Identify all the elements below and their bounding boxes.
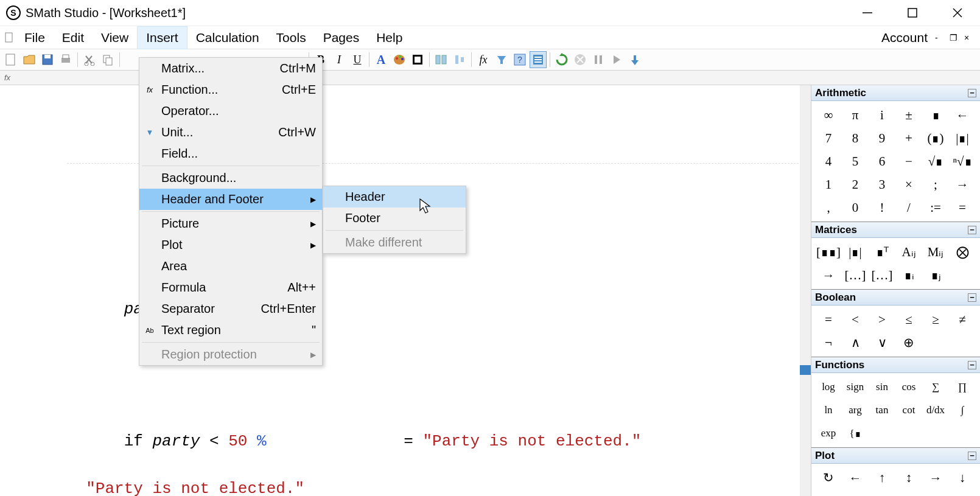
- panel-button[interactable]: !: [869, 196, 895, 219]
- panel-button[interactable]: ⊕: [895, 331, 922, 354]
- panel-button[interactable]: ←: [842, 466, 869, 489]
- palette-button[interactable]: [391, 51, 408, 68]
- panel-button[interactable]: [∎∎]: [815, 240, 842, 264]
- panel-button[interactable]: ↑: [869, 466, 895, 489]
- panel-button[interactable]: 9: [869, 127, 895, 150]
- panel-button[interactable]: >: [869, 308, 895, 331]
- submenu-item-footer[interactable]: Footer: [323, 208, 466, 229]
- panel-button[interactable]: d/dx: [922, 399, 949, 422]
- plot-panel-title[interactable]: Plot−: [811, 448, 980, 464]
- panel-button[interactable]: /: [895, 196, 922, 219]
- copy-button[interactable]: [99, 51, 116, 68]
- menu-insert[interactable]: Insert: [137, 26, 187, 49]
- panel-button[interactable]: ↻: [815, 466, 842, 489]
- panel-button[interactable]: sin: [869, 375, 895, 399]
- menu-tools[interactable]: Tools: [268, 27, 315, 49]
- menu-item-background-[interactable]: Background...: [139, 167, 322, 189]
- menu-item-operator-[interactable]: Operator...: [139, 100, 322, 122]
- border-button[interactable]: [409, 51, 426, 68]
- panel-button[interactable]: ∧: [842, 331, 869, 354]
- pause-button[interactable]: [590, 51, 607, 68]
- panel-button[interactable]: |∎|: [842, 240, 869, 264]
- panel-button[interactable]: ∎ⱼ: [922, 264, 949, 287]
- open-button[interactable]: [21, 51, 38, 68]
- panel-button[interactable]: ∎: [922, 103, 949, 127]
- child-minimize-button[interactable]: -: [935, 33, 947, 43]
- menu-item-formula[interactable]: FormulaAlt++: [139, 277, 322, 298]
- panel-button[interactable]: ⨂: [949, 240, 976, 264]
- panel-button[interactable]: exp: [815, 422, 842, 445]
- panel-button[interactable]: =: [949, 196, 976, 219]
- panel-button[interactable]: 2: [842, 173, 869, 196]
- panel-button[interactable]: arg: [842, 399, 869, 422]
- panel-button[interactable]: Mᵢⱼ: [922, 240, 949, 264]
- panel-button[interactable]: sign: [842, 375, 869, 399]
- collapse-icon[interactable]: −: [968, 361, 976, 369]
- collapse-icon[interactable]: −: [968, 89, 976, 97]
- align-button[interactable]: [433, 51, 450, 68]
- panel-button[interactable]: ¬: [815, 331, 842, 354]
- panel-button[interactable]: →: [922, 466, 949, 489]
- panel-button[interactable]: ∎ᵀ: [869, 240, 895, 264]
- panel-button[interactable]: ∫: [949, 399, 976, 422]
- panel-button[interactable]: ∎ᵢ: [895, 264, 922, 287]
- panel-button[interactable]: ln: [815, 399, 842, 422]
- child-restore-button[interactable]: ❐: [950, 33, 962, 43]
- panel-button[interactable]: tan: [869, 399, 895, 422]
- panel-button[interactable]: 3: [869, 173, 895, 196]
- panel-button[interactable]: ∏: [949, 375, 976, 399]
- panel-button[interactable]: log: [815, 375, 842, 399]
- arithmetic-panel-title[interactable]: Arithmetic−: [811, 85, 980, 101]
- panel-button[interactable]: ≠: [949, 308, 976, 331]
- child-close-button[interactable]: ×: [964, 33, 976, 43]
- menu-item-function-[interactable]: fxFunction...Ctrl+E: [139, 79, 322, 100]
- panel-button[interactable]: 8: [842, 127, 869, 150]
- panel-button[interactable]: 7: [815, 127, 842, 150]
- panel-button[interactable]: |∎|: [949, 127, 976, 150]
- panel-button[interactable]: 5: [842, 150, 869, 173]
- help-button[interactable]: ?: [511, 51, 528, 68]
- menu-help[interactable]: Help: [368, 27, 411, 49]
- panel-button[interactable]: ;: [922, 173, 949, 196]
- panel-button[interactable]: ,: [815, 196, 842, 219]
- panel-button[interactable]: cot: [895, 399, 922, 422]
- filter-button[interactable]: [493, 51, 510, 68]
- panel-button[interactable]: <: [842, 308, 869, 331]
- print-button[interactable]: [57, 51, 74, 68]
- menu-item-text-region[interactable]: AbText region": [139, 320, 322, 341]
- menu-edit[interactable]: Edit: [54, 27, 93, 49]
- scrollbar[interactable]: [800, 85, 811, 496]
- panel-button[interactable]: √∎: [922, 150, 949, 173]
- underline-button[interactable]: U: [349, 51, 366, 68]
- menu-view[interactable]: View: [93, 27, 137, 49]
- stop-button[interactable]: [572, 51, 589, 68]
- panel-button[interactable]: ⊞: [815, 489, 842, 496]
- worksheet-then-body[interactable]: "Party is not elected.": [67, 477, 744, 496]
- panel-button[interactable]: π: [842, 103, 869, 127]
- panel-button[interactable]: ↓: [949, 466, 976, 489]
- panel-button[interactable]: {∎: [842, 422, 869, 445]
- panel-button[interactable]: ∞: [815, 103, 842, 127]
- menu-item-separator[interactable]: SeparatorCtrl+Enter: [139, 298, 322, 320]
- menu-pages[interactable]: Pages: [315, 27, 368, 49]
- panel-button[interactable]: ∨: [869, 331, 895, 354]
- step-button[interactable]: [626, 51, 643, 68]
- panel-button[interactable]: ×: [895, 173, 922, 196]
- play-button[interactable]: [608, 51, 625, 68]
- menu-item-picture[interactable]: Picture▶: [139, 213, 322, 234]
- worksheet-if-block[interactable]: if party < 50 % = "Party is not elected.…: [67, 406, 744, 477]
- font-color-button[interactable]: A: [373, 51, 390, 68]
- menu-calculation[interactable]: Calculation: [187, 27, 268, 49]
- refresh-button[interactable]: [553, 51, 570, 68]
- panel-button[interactable]: :=: [922, 196, 949, 219]
- panel-button[interactable]: (∎): [922, 127, 949, 150]
- panel-button[interactable]: ≥: [922, 308, 949, 331]
- menu-item-unit-[interactable]: ▼Unit...Ctrl+W: [139, 122, 322, 143]
- menu-item-field-[interactable]: Field...: [139, 143, 322, 164]
- panel-button[interactable]: ↕: [895, 466, 922, 489]
- menu-item-area[interactable]: Area: [139, 256, 322, 277]
- panel-button[interactable]: 1: [815, 173, 842, 196]
- panel-button[interactable]: ⁿ√∎: [949, 150, 976, 173]
- maximize-button[interactable]: [890, 0, 935, 26]
- cut-button[interactable]: [81, 51, 98, 68]
